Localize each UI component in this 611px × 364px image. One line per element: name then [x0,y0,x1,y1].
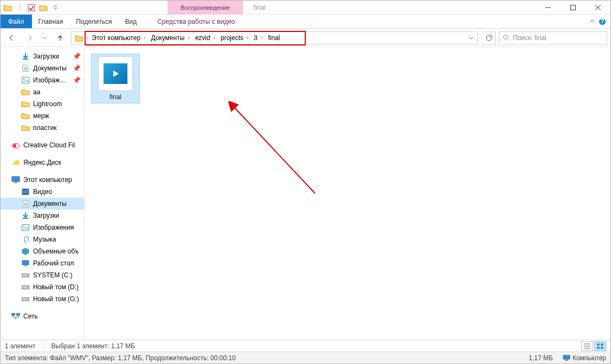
folder-icon [21,88,30,96]
ribbon-collapse-icon[interactable] [589,18,595,25]
breadcrumb-dropdown-icon[interactable] [466,35,477,41]
details-text: Тип элемента: Файл "WMV", Размер: 1,17 М… [5,354,236,362]
nav-label: aa [33,88,40,96]
nav-label: Сеть [23,313,38,320]
svg-point-18 [27,275,28,276]
svg-rect-30 [563,355,570,359]
status-bar: 1 элемент Выбран 1 элемент: 1,17 МБ [1,340,610,352]
nav-thispc-item[interactable]: Изображения [1,222,84,233]
nav-label: мерж [33,112,49,120]
nav-quick-item[interactable]: aa [1,86,84,98]
nav-quick-item[interactable]: Изображени📌 [1,74,84,86]
pin-icon: 📌 [73,53,81,60]
nav-thispc-item[interactable]: Видео [1,186,84,198]
music-icon [21,235,30,244]
file-name: final [110,93,121,101]
view-details-button[interactable] [581,341,593,351]
svg-rect-10 [14,182,17,183]
context-tab-title: Воспроизведение [168,1,243,15]
refresh-button[interactable] [481,31,496,44]
nav-this-pc[interactable]: Этот компьютер [1,174,84,186]
ribbon-tab-share[interactable]: Поделиться [69,15,118,28]
nav-label: Документы [33,64,67,72]
maximize-button[interactable] [561,1,586,15]
breadcrumb-segment[interactable]: ezvid› [193,32,218,44]
details-location: Компьютер [563,354,606,362]
breadcrumb-segment[interactable]: projects› [218,32,252,44]
ribbon-tab-home[interactable]: Главная [32,15,70,28]
svg-rect-15 [22,261,29,265]
document-icon [21,64,30,73]
nav-thispc-item[interactable]: Рабочий стол [1,257,84,269]
folder-icon [3,3,12,12]
forward-button[interactable] [22,30,37,46]
svg-rect-23 [11,313,15,316]
ribbon-tabs: Файл Главная Поделиться Вид Средства раб… [1,15,610,29]
search-box[interactable]: Поиск: final [499,31,607,44]
nav-label: Новый том (D:) [33,283,79,291]
creative-icon [11,141,20,150]
nav-thispc-item[interactable]: Музыка [1,233,84,245]
nav-thispc-item[interactable]: Объемные объ [1,245,84,257]
nav-label: Creative Cloud Fil [23,141,75,149]
folder-icon[interactable] [38,3,48,12]
nav-thispc-item[interactable]: Документы [1,198,84,210]
nav-thispc-item[interactable]: Новый том (D:) [1,281,84,293]
chevron-right-icon: › [213,35,216,41]
yandex-icon [11,158,20,167]
nav-yandex-disk[interactable]: Яндекс.Диск [1,157,84,168]
close-button[interactable] [586,1,610,15]
svg-point-6 [23,79,25,80]
ribbon-tab-view[interactable]: Вид [118,15,143,28]
breadcrumb-label: Документы [151,34,184,42]
nav-quick-item[interactable]: Документы📌 [1,62,84,74]
details-location-label: Компьютер [573,354,606,362]
navigation-pane[interactable]: Загрузки📌Документы📌Изображени📌aaLightroo… [1,47,85,340]
qat-dropdown-icon[interactable] [50,3,60,12]
nav-creative-cloud[interactable]: Creative Cloud Fil [1,139,84,151]
details-size: 1,17 МБ [529,354,553,362]
breadcrumb-bar[interactable]: › Этот компьютер› Документы› ezvid› proj… [71,31,478,44]
nav-label: Видео [33,188,52,196]
nav-thispc-item[interactable]: Загрузки [1,210,84,222]
nav-label: Этот компьютер [23,176,72,184]
minimize-button[interactable] [536,1,561,15]
breadcrumb-segment[interactable]: Документы› [149,32,192,44]
chevron-right-icon[interactable]: › [86,35,89,41]
nav-network[interactable]: Сеть [1,310,84,322]
help-icon[interactable]: ? [599,18,606,25]
svg-rect-16 [24,265,27,266]
nav-label: Рабочий стол [33,259,74,267]
nav-thispc-item[interactable]: SYSTEM (C:) [1,269,84,281]
nav-label: Объемные объ [33,248,79,255]
breadcrumb-label: Этот компьютер [92,34,140,42]
breadcrumb-segment[interactable]: 3› [252,32,266,44]
breadcrumb-segment[interactable]: final [266,32,282,44]
content-pane[interactable]: final [85,47,610,340]
nav-quick-item[interactable]: пластик [1,122,84,134]
video-icon [21,187,30,196]
view-icons-button[interactable] [594,341,606,351]
nav-quick-item[interactable]: Lightroom [1,98,84,110]
up-button[interactable] [53,30,68,46]
nav-label: SYSTEM (C:) [33,271,73,279]
status-selection: Выбран 1 элемент: 1,17 МБ [52,342,136,350]
ribbon-tab-video-tools[interactable]: Средства работы с видео [151,15,241,28]
svg-line-25 [234,107,315,193]
history-dropdown-icon[interactable] [41,30,49,46]
svg-rect-9 [12,177,20,181]
svg-point-22 [27,299,28,300]
breadcrumb-label: projects [221,34,243,42]
file-item[interactable]: final [91,54,140,103]
svg-rect-26 [597,343,600,346]
breadcrumb-segment[interactable]: Этот компьютер› [89,32,149,44]
nav-label: Музыка [33,236,56,243]
back-button[interactable] [4,30,19,46]
nav-thispc-item[interactable]: Новый том (G:) [1,293,84,305]
ribbon-file-tab[interactable]: Файл [1,15,32,28]
properties-icon[interactable] [27,3,36,12]
nav-quick-item[interactable]: мерж [1,110,84,122]
nav-quick-item[interactable]: Загрузки📌 [1,50,84,62]
status-separator [43,342,44,350]
folder-icon [21,112,30,120]
